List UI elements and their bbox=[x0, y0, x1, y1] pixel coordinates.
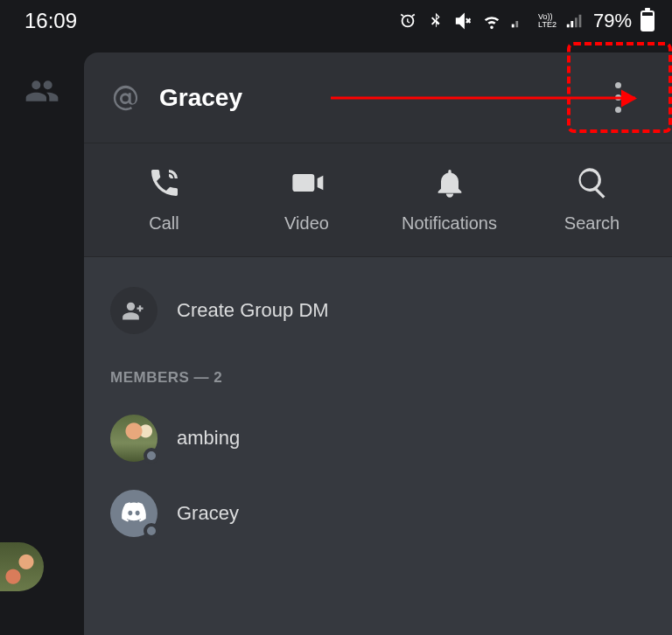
dm-panel: Gracey Call Video bbox=[84, 52, 672, 635]
alarm-icon bbox=[398, 11, 417, 31]
status-offline-icon bbox=[144, 523, 159, 539]
member-name: ambing bbox=[177, 427, 240, 450]
mute-icon bbox=[454, 11, 473, 31]
create-group-dm-label: Create Group DM bbox=[177, 299, 329, 322]
notifications-label: Notifications bbox=[402, 213, 497, 234]
annotation-arrow bbox=[331, 96, 635, 99]
add-user-icon bbox=[110, 287, 158, 334]
discord-logo-icon bbox=[120, 498, 148, 529]
bluetooth-icon bbox=[426, 11, 445, 31]
battery-percentage: 79% bbox=[593, 10, 632, 32]
create-group-dm-button[interactable]: Create Group DM bbox=[105, 275, 651, 346]
network-lte-icon: Vo)) LTE2 bbox=[538, 11, 556, 31]
member-avatar bbox=[110, 415, 158, 462]
search-label: Search bbox=[564, 213, 620, 234]
battery-icon bbox=[640, 10, 654, 31]
video-label: Video bbox=[284, 213, 329, 234]
member-avatar bbox=[110, 490, 158, 537]
notifications-button[interactable]: Notifications bbox=[384, 164, 515, 234]
phone-icon bbox=[146, 164, 183, 201]
bell-icon bbox=[431, 164, 468, 201]
status-bar: 16:09 Vo)) LTE2 79% bbox=[0, 0, 672, 42]
signal-2-icon bbox=[565, 11, 584, 31]
video-button[interactable]: Video bbox=[242, 164, 373, 234]
panel-body: Create Group DM Members — 2 ambing Grace… bbox=[84, 257, 672, 635]
dm-username: Gracey bbox=[159, 84, 242, 112]
call-label: Call bbox=[149, 213, 178, 234]
action-row: Call Video Notifications Search bbox=[84, 143, 672, 257]
panel-header: Gracey bbox=[84, 52, 672, 143]
status-indicators: Vo)) LTE2 79% bbox=[398, 10, 654, 32]
sidebar-dm-avatar[interactable] bbox=[0, 542, 44, 591]
member-name: Gracey bbox=[177, 502, 239, 525]
call-button[interactable]: Call bbox=[99, 164, 230, 234]
search-icon bbox=[574, 164, 611, 201]
members-heading: Members — 2 bbox=[105, 346, 651, 401]
more-options-button[interactable] bbox=[600, 80, 635, 115]
at-icon bbox=[108, 80, 144, 115]
status-time: 16:09 bbox=[24, 9, 77, 33]
search-button[interactable]: Search bbox=[527, 164, 658, 234]
member-row[interactable]: ambing bbox=[105, 401, 651, 476]
status-offline-icon bbox=[144, 448, 159, 464]
wifi-icon bbox=[482, 11, 501, 31]
member-row[interactable]: Gracey bbox=[105, 476, 651, 551]
friends-icon[interactable] bbox=[24, 73, 60, 112]
signal-1-icon bbox=[510, 11, 529, 31]
video-icon bbox=[289, 164, 326, 201]
server-sidebar bbox=[0, 42, 84, 635]
